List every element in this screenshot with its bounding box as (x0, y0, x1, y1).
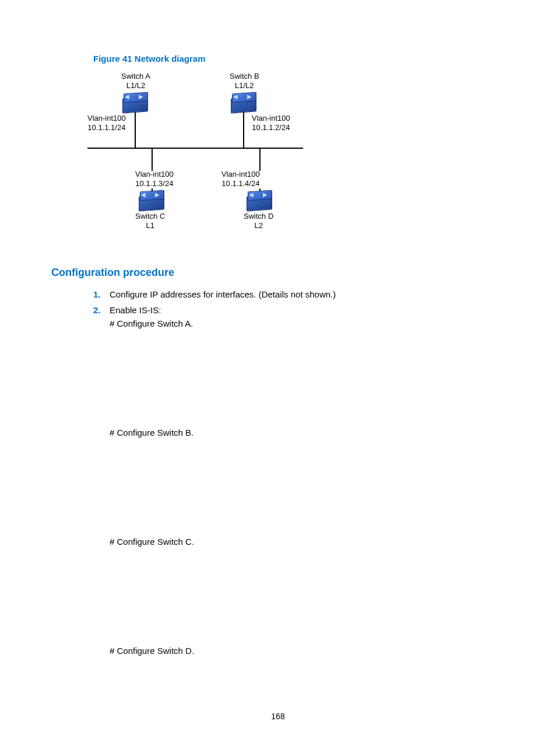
diagram-line (135, 113, 136, 148)
switch-d-ip: 10.1.1.4/24 (221, 179, 260, 188)
step-number: 1. (93, 289, 101, 299)
switch-icon: ◀ ▶ (139, 195, 164, 211)
step-text: Configure IP addresses for interfaces. (… (110, 289, 336, 299)
switch-b-level: L1/L2 (230, 81, 259, 90)
switch-b-if-box: Vlan-int100 10.1.1.2/24 (252, 114, 290, 133)
step-text: Enable IS-IS: (110, 305, 161, 315)
switch-c-if: Vlan-int100 (135, 170, 174, 179)
config-switch-d-label: # Configure Switch D. (110, 646, 505, 656)
network-diagram: Switch A L1/L2 ◀ ▶ Vlan-int100 10.1.1.1/… (93, 72, 315, 247)
switch-a-name-label: Switch A L1/L2 (121, 72, 150, 91)
step-item: 1. Configure IP addresses for interfaces… (110, 289, 505, 299)
switch-icon: ◀ ▶ (231, 97, 256, 113)
switch-c-level: L1 (135, 221, 165, 230)
switch-c-ip: 10.1.1.3/24 (135, 179, 174, 188)
switch-d-if: Vlan-int100 (221, 170, 260, 179)
switch-b-ip: 10.1.1.2/24 (252, 123, 290, 132)
page: Figure 41 Network diagram Switch A L1/L2… (0, 0, 556, 756)
switch-b-name-label: Switch B L1/L2 (230, 72, 259, 91)
switch-d-level: L2 (244, 221, 273, 230)
diagram-line (243, 113, 244, 148)
config-block: # Configure Switch B. # Configure Switch… (110, 428, 505, 656)
switch-icon: ◀ ▶ (247, 195, 272, 211)
switch-d-name: Switch D (244, 212, 273, 221)
switch-c-name: Switch C (135, 212, 165, 221)
switch-d-name-label: Switch D L2 (244, 212, 273, 231)
switch-a-name: Switch A (121, 72, 150, 81)
switch-b-name: Switch B (230, 72, 259, 81)
steps-list: 1. Configure IP addresses for interfaces… (51, 289, 505, 328)
config-switch-c-label: # Configure Switch C. (110, 537, 505, 547)
switch-c-if-box: Vlan-int100 10.1.1.3/24 (135, 170, 174, 189)
diagram-line (152, 148, 153, 171)
switch-a-if: Vlan-int100 (87, 114, 126, 123)
switch-a-if-box: Vlan-int100 10.1.1.1/24 (87, 114, 126, 133)
step-subtext: # Configure Switch A. (110, 318, 505, 328)
step-number: 2. (93, 305, 101, 315)
switch-b-if: Vlan-int100 (252, 114, 290, 123)
switch-c-name-label: Switch C L1 (135, 212, 165, 231)
figure-title: Figure 41 Network diagram (93, 54, 505, 64)
switch-a-ip: 10.1.1.1/24 (87, 123, 126, 132)
switch-a-level: L1/L2 (121, 81, 150, 90)
diagram-line (259, 148, 261, 171)
switch-d-if-box: Vlan-int100 10.1.1.4/24 (221, 170, 260, 189)
switch-icon: ◀ ▶ (122, 97, 148, 113)
section-heading: Configuration procedure (51, 267, 505, 279)
page-number: 168 (0, 712, 556, 721)
config-switch-b-label: # Configure Switch B. (110, 428, 505, 438)
diagram-line (87, 148, 303, 149)
step-item: 2. Enable IS-IS: # Configure Switch A. (110, 305, 505, 328)
